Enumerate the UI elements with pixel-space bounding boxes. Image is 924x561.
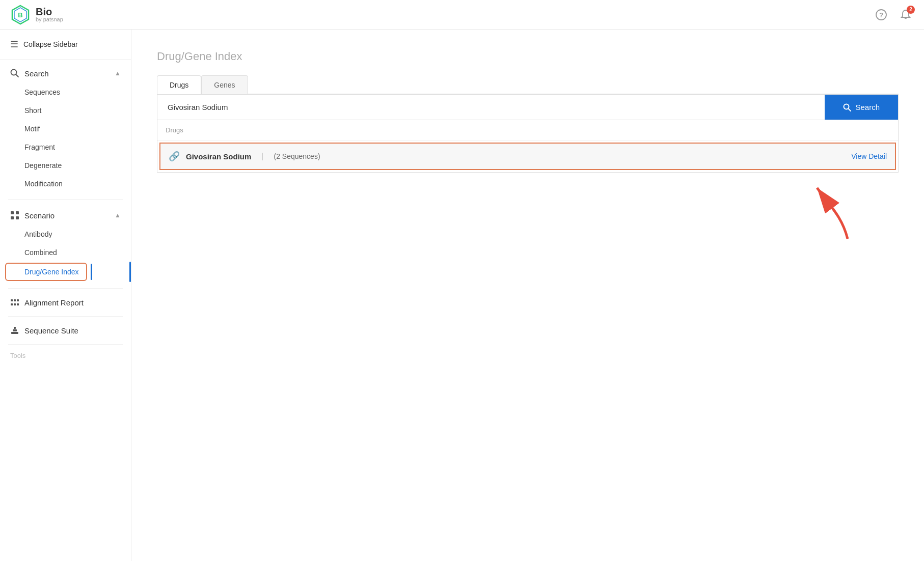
tabs-container: Drugs Genes — [157, 75, 899, 94]
drug-icon: 🔗 — [169, 151, 180, 162]
search-button-icon — [843, 103, 851, 111]
sidebar-item-degenerate[interactable]: Degenerate — [0, 156, 131, 175]
sidebar-item-short[interactable]: Short — [0, 101, 131, 120]
app-by: by patsnap — [36, 17, 63, 22]
sidebar-item-antibody[interactable]: Antibody — [0, 225, 131, 243]
alignment-group-left: Alignment Report — [10, 298, 84, 307]
svg-rect-14 — [11, 303, 13, 305]
search-chevron-icon: ▲ — [115, 70, 121, 77]
drug-search-input[interactable] — [157, 95, 825, 120]
dropdown-section-label: Drugs — [157, 120, 898, 141]
search-results-dropdown: Drugs 🔗 Givosiran Sodium | (2 Sequences)… — [157, 120, 899, 173]
active-indicator — [129, 262, 131, 282]
sidebar-divider-2 — [8, 288, 123, 289]
sequence-suite-group-left: Sequence Suite — [10, 326, 78, 335]
sidebar-item-sequences[interactable]: Sequences — [0, 83, 131, 101]
search-button[interactable]: Search — [825, 95, 898, 120]
sequence-suite-label: Sequence Suite — [24, 326, 78, 335]
svg-line-21 — [848, 108, 851, 111]
drug-gene-index-wrapper: Drug/Gene Index — [0, 262, 131, 282]
header-left: B Bio by patsnap — [10, 5, 63, 25]
collapse-label: Collapse Sidebar — [23, 40, 78, 48]
drug-result-left: 🔗 Givosiran Sodium | (2 Sequences) — [169, 151, 320, 162]
drug-separator: | — [261, 152, 263, 161]
arrow-annotation — [157, 178, 868, 244]
sidebar-item-modification[interactable]: Modification — [0, 175, 131, 193]
svg-text:?: ? — [879, 11, 883, 19]
sequence-suite-header[interactable]: Sequence Suite — [0, 319, 131, 342]
drug-sequences: (2 Sequences) — [274, 152, 320, 160]
alignment-report-header[interactable]: Alignment Report — [0, 291, 131, 314]
sidebar: ☰ Collapse Sidebar Search ▲ Sequences Sh… — [0, 30, 131, 561]
svg-rect-9 — [11, 216, 14, 219]
app-body: ☰ Collapse Sidebar Search ▲ Sequences Sh… — [0, 30, 924, 561]
svg-rect-8 — [16, 211, 19, 214]
scenario-nav-icon — [10, 211, 19, 220]
help-button[interactable]: ? — [873, 7, 889, 23]
notification-button[interactable]: 2 — [898, 7, 914, 23]
app-name-block: Bio by patsnap — [36, 7, 63, 22]
svg-rect-17 — [11, 332, 18, 334]
svg-line-6 — [16, 74, 18, 77]
svg-text:B: B — [18, 11, 22, 19]
search-group-left: Search — [10, 69, 49, 78]
sequence-suite-icon — [10, 326, 19, 335]
sidebar-item-motif[interactable]: Motif — [0, 120, 131, 138]
svg-rect-15 — [14, 303, 16, 305]
alignment-report-label: Alignment Report — [24, 298, 84, 307]
sidebar-item-drug-gene-index[interactable]: Drug/Gene Index — [5, 263, 87, 281]
alignment-report-icon — [10, 298, 19, 307]
help-icon: ? — [876, 9, 887, 20]
svg-rect-18 — [13, 329, 17, 331]
search-nav-group: Search ▲ Sequences Short Motif Fragment … — [0, 60, 131, 197]
sidebar-divider-1 — [8, 199, 123, 200]
search-group-label: Search — [24, 69, 49, 78]
main-content: Drug/Gene Index Drugs Genes Search Drugs… — [131, 30, 924, 561]
scenario-group-header[interactable]: Scenario ▲ — [0, 206, 131, 225]
tab-drugs[interactable]: Drugs — [157, 75, 201, 94]
drug-result-item[interactable]: 🔗 Givosiran Sodium | (2 Sequences) View … — [159, 143, 896, 170]
svg-rect-10 — [16, 216, 19, 219]
tools-label: Tools — [0, 347, 131, 364]
svg-rect-13 — [17, 299, 19, 301]
sidebar-item-fragment[interactable]: Fragment — [0, 138, 131, 156]
svg-rect-7 — [11, 211, 14, 214]
svg-rect-12 — [14, 299, 16, 301]
view-detail-link[interactable]: View Detail — [851, 152, 887, 160]
sidebar-divider-3 — [8, 316, 123, 317]
drug-name: Givosiran Sodium — [186, 152, 251, 161]
search-button-label: Search — [855, 103, 880, 111]
app-name: Bio — [36, 7, 63, 17]
app-header: B Bio by patsnap ? 2 — [0, 0, 924, 30]
scenario-group-left: Scenario — [10, 211, 55, 220]
app-logo-icon: B — [10, 5, 31, 25]
collapse-icon: ☰ — [10, 39, 18, 50]
tab-genes[interactable]: Genes — [201, 75, 248, 94]
svg-rect-11 — [11, 299, 13, 301]
red-arrow-icon — [802, 178, 868, 244]
search-group-header[interactable]: Search ▲ — [0, 64, 131, 83]
svg-rect-19 — [14, 327, 16, 329]
collapse-sidebar-button[interactable]: ☰ Collapse Sidebar — [0, 30, 131, 60]
sidebar-item-combined[interactable]: Combined — [0, 243, 131, 262]
scenario-chevron-icon: ▲ — [115, 212, 121, 219]
header-right: ? 2 — [873, 7, 914, 23]
sidebar-divider-4 — [8, 344, 123, 345]
scenario-nav-group: Scenario ▲ Antibody Combined Drug/Gene I… — [0, 202, 131, 286]
svg-rect-16 — [17, 303, 19, 305]
page-title: Drug/Gene Index — [157, 50, 899, 63]
search-bar-container: Search — [157, 94, 899, 120]
search-nav-icon — [10, 69, 19, 78]
scenario-group-label: Scenario — [24, 211, 55, 220]
notification-badge: 2 — [907, 6, 915, 14]
